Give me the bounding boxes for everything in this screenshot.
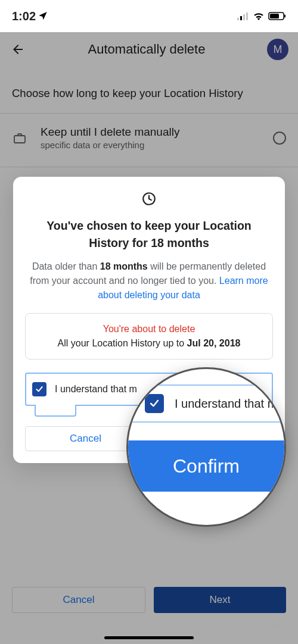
svg-rect-0 — [237, 18, 239, 20]
app-header: Automatically delete M — [0, 32, 298, 67]
location-arrow-icon — [38, 10, 48, 23]
page-title: Automatically delete — [33, 42, 260, 57]
magnifier-callout: I understand that m Confirm — [126, 367, 286, 527]
magnified-confirm-label: Confirm — [173, 455, 240, 477]
option-manual-delete[interactable]: Keep until I delete manually specific da… — [0, 114, 298, 162]
clock-icon — [25, 191, 273, 209]
watermark: www.deuaq.com — [256, 621, 296, 627]
magnified-consent-row: I understand that m — [128, 384, 284, 423]
briefcase-icon — [12, 130, 27, 146]
cellular-icon — [237, 10, 249, 23]
warning-body-date: Jul 20, 2018 — [187, 338, 241, 348]
avatar[interactable]: M — [267, 39, 288, 60]
svg-rect-2 — [243, 14, 245, 20]
page-subtitle: Choose how long to keep your Location Hi… — [0, 67, 298, 113]
option-title: Keep until I delete manually — [41, 126, 260, 139]
highlight-notch — [35, 405, 76, 417]
radio-unselected[interactable] — [273, 132, 286, 145]
cancel-button-bottom[interactable]: Cancel — [12, 587, 145, 613]
option-subtitle: specific data or everything — [41, 140, 260, 150]
dialog-title: You've chosen to keep your Location Hist… — [25, 217, 273, 252]
battery-icon — [268, 10, 286, 23]
dialog-body-bold: 18 months — [100, 261, 148, 271]
svg-rect-7 — [14, 136, 25, 143]
checkbox-checked[interactable] — [32, 382, 46, 396]
magnified-checkbox-icon — [145, 394, 164, 413]
svg-rect-1 — [240, 16, 242, 20]
svg-rect-5 — [270, 14, 279, 18]
divider — [0, 167, 298, 167]
next-button[interactable]: Next — [154, 587, 286, 613]
status-time: 1:02 — [12, 10, 36, 23]
dialog-body: Data older than 18 months will be perman… — [25, 260, 273, 302]
bottom-actions: Cancel Next — [0, 587, 298, 613]
avatar-letter: M — [274, 43, 283, 56]
warning-body: All your Location History up to Jul 20, … — [33, 336, 265, 351]
wifi-icon — [253, 10, 265, 23]
status-bar: 1:02 — [0, 0, 298, 32]
dialog-body-prefix: Data older than — [32, 261, 100, 271]
warning-body-prefix: All your Location History up to — [58, 338, 187, 348]
magnified-confirm-button: Confirm — [128, 440, 284, 492]
svg-rect-6 — [284, 14, 285, 17]
magnified-consent-label: I understand that m — [175, 397, 277, 411]
svg-rect-3 — [246, 12, 248, 20]
warning-box: You're about to delete All your Location… — [25, 313, 273, 359]
consent-label: I understand that m — [55, 384, 137, 395]
home-indicator[interactable] — [104, 636, 194, 639]
warning-title: You're about to delete — [33, 322, 265, 336]
back-button[interactable] — [10, 41, 26, 58]
